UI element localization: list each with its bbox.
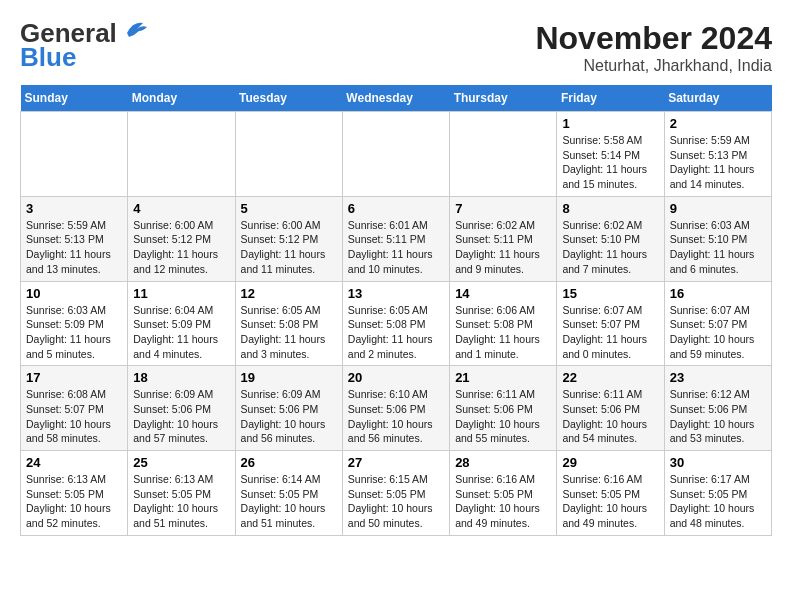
- header-monday: Monday: [128, 85, 235, 112]
- calendar-cell: 27Sunrise: 6:15 AM Sunset: 5:05 PM Dayli…: [342, 451, 449, 536]
- header-row: Sunday Monday Tuesday Wednesday Thursday…: [21, 85, 772, 112]
- calendar-header: Sunday Monday Tuesday Wednesday Thursday…: [21, 85, 772, 112]
- day-number: 16: [670, 286, 766, 301]
- day-number: 14: [455, 286, 551, 301]
- calendar-cell: 3Sunrise: 5:59 AM Sunset: 5:13 PM Daylig…: [21, 196, 128, 281]
- calendar-cell: 21Sunrise: 6:11 AM Sunset: 5:06 PM Dayli…: [450, 366, 557, 451]
- calendar-cell: 25Sunrise: 6:13 AM Sunset: 5:05 PM Dayli…: [128, 451, 235, 536]
- calendar-cell: 6Sunrise: 6:01 AM Sunset: 5:11 PM Daylig…: [342, 196, 449, 281]
- logo-blue-text: Blue: [20, 44, 76, 70]
- day-number: 8: [562, 201, 658, 216]
- calendar-cell: 1Sunrise: 5:58 AM Sunset: 5:14 PM Daylig…: [557, 112, 664, 197]
- calendar-cell: 13Sunrise: 6:05 AM Sunset: 5:08 PM Dayli…: [342, 281, 449, 366]
- day-number: 27: [348, 455, 444, 470]
- calendar-cell: 9Sunrise: 6:03 AM Sunset: 5:10 PM Daylig…: [664, 196, 771, 281]
- day-info: Sunrise: 6:14 AM Sunset: 5:05 PM Dayligh…: [241, 472, 337, 531]
- calendar-cell: 8Sunrise: 6:02 AM Sunset: 5:10 PM Daylig…: [557, 196, 664, 281]
- week-row-3: 10Sunrise: 6:03 AM Sunset: 5:09 PM Dayli…: [21, 281, 772, 366]
- calendar-cell: 30Sunrise: 6:17 AM Sunset: 5:05 PM Dayli…: [664, 451, 771, 536]
- day-number: 28: [455, 455, 551, 470]
- day-number: 12: [241, 286, 337, 301]
- week-row-4: 17Sunrise: 6:08 AM Sunset: 5:07 PM Dayli…: [21, 366, 772, 451]
- header-friday: Friday: [557, 85, 664, 112]
- day-info: Sunrise: 6:16 AM Sunset: 5:05 PM Dayligh…: [562, 472, 658, 531]
- day-number: 21: [455, 370, 551, 385]
- day-info: Sunrise: 6:00 AM Sunset: 5:12 PM Dayligh…: [133, 218, 229, 277]
- day-number: 24: [26, 455, 122, 470]
- day-number: 20: [348, 370, 444, 385]
- header-saturday: Saturday: [664, 85, 771, 112]
- day-info: Sunrise: 6:04 AM Sunset: 5:09 PM Dayligh…: [133, 303, 229, 362]
- header-sunday: Sunday: [21, 85, 128, 112]
- day-number: 26: [241, 455, 337, 470]
- calendar-cell: 24Sunrise: 6:13 AM Sunset: 5:05 PM Dayli…: [21, 451, 128, 536]
- day-number: 18: [133, 370, 229, 385]
- calendar-cell: 26Sunrise: 6:14 AM Sunset: 5:05 PM Dayli…: [235, 451, 342, 536]
- day-info: Sunrise: 6:03 AM Sunset: 5:10 PM Dayligh…: [670, 218, 766, 277]
- day-info: Sunrise: 6:07 AM Sunset: 5:07 PM Dayligh…: [562, 303, 658, 362]
- day-info: Sunrise: 6:05 AM Sunset: 5:08 PM Dayligh…: [348, 303, 444, 362]
- day-number: 11: [133, 286, 229, 301]
- day-number: 9: [670, 201, 766, 216]
- calendar-cell: 2Sunrise: 5:59 AM Sunset: 5:13 PM Daylig…: [664, 112, 771, 197]
- day-info: Sunrise: 6:02 AM Sunset: 5:10 PM Dayligh…: [562, 218, 658, 277]
- day-info: Sunrise: 6:12 AM Sunset: 5:06 PM Dayligh…: [670, 387, 766, 446]
- day-number: 5: [241, 201, 337, 216]
- logo: General Blue: [20, 20, 151, 70]
- day-info: Sunrise: 6:00 AM Sunset: 5:12 PM Dayligh…: [241, 218, 337, 277]
- day-info: Sunrise: 6:13 AM Sunset: 5:05 PM Dayligh…: [26, 472, 122, 531]
- day-info: Sunrise: 6:10 AM Sunset: 5:06 PM Dayligh…: [348, 387, 444, 446]
- logo-bird-icon: [119, 19, 151, 41]
- day-number: 10: [26, 286, 122, 301]
- header-thursday: Thursday: [450, 85, 557, 112]
- day-info: Sunrise: 6:01 AM Sunset: 5:11 PM Dayligh…: [348, 218, 444, 277]
- week-row-1: 1Sunrise: 5:58 AM Sunset: 5:14 PM Daylig…: [21, 112, 772, 197]
- calendar-body: 1Sunrise: 5:58 AM Sunset: 5:14 PM Daylig…: [21, 112, 772, 536]
- calendar-cell: 14Sunrise: 6:06 AM Sunset: 5:08 PM Dayli…: [450, 281, 557, 366]
- day-number: 17: [26, 370, 122, 385]
- day-number: 19: [241, 370, 337, 385]
- calendar-cell: 29Sunrise: 6:16 AM Sunset: 5:05 PM Dayli…: [557, 451, 664, 536]
- calendar-cell: 4Sunrise: 6:00 AM Sunset: 5:12 PM Daylig…: [128, 196, 235, 281]
- day-info: Sunrise: 6:09 AM Sunset: 5:06 PM Dayligh…: [133, 387, 229, 446]
- calendar-cell: 5Sunrise: 6:00 AM Sunset: 5:12 PM Daylig…: [235, 196, 342, 281]
- calendar-table: Sunday Monday Tuesday Wednesday Thursday…: [20, 85, 772, 536]
- day-info: Sunrise: 6:15 AM Sunset: 5:05 PM Dayligh…: [348, 472, 444, 531]
- calendar-cell: 11Sunrise: 6:04 AM Sunset: 5:09 PM Dayli…: [128, 281, 235, 366]
- day-info: Sunrise: 6:03 AM Sunset: 5:09 PM Dayligh…: [26, 303, 122, 362]
- week-row-2: 3Sunrise: 5:59 AM Sunset: 5:13 PM Daylig…: [21, 196, 772, 281]
- calendar-cell: 20Sunrise: 6:10 AM Sunset: 5:06 PM Dayli…: [342, 366, 449, 451]
- day-number: 22: [562, 370, 658, 385]
- calendar-cell: 22Sunrise: 6:11 AM Sunset: 5:06 PM Dayli…: [557, 366, 664, 451]
- header-tuesday: Tuesday: [235, 85, 342, 112]
- calendar-cell: 15Sunrise: 6:07 AM Sunset: 5:07 PM Dayli…: [557, 281, 664, 366]
- day-info: Sunrise: 6:11 AM Sunset: 5:06 PM Dayligh…: [455, 387, 551, 446]
- day-number: 25: [133, 455, 229, 470]
- week-row-5: 24Sunrise: 6:13 AM Sunset: 5:05 PM Dayli…: [21, 451, 772, 536]
- day-info: Sunrise: 6:11 AM Sunset: 5:06 PM Dayligh…: [562, 387, 658, 446]
- day-info: Sunrise: 5:59 AM Sunset: 5:13 PM Dayligh…: [670, 133, 766, 192]
- day-info: Sunrise: 6:06 AM Sunset: 5:08 PM Dayligh…: [455, 303, 551, 362]
- calendar-cell: 23Sunrise: 6:12 AM Sunset: 5:06 PM Dayli…: [664, 366, 771, 451]
- calendar-cell: [450, 112, 557, 197]
- calendar-cell: [128, 112, 235, 197]
- day-number: 1: [562, 116, 658, 131]
- day-number: 15: [562, 286, 658, 301]
- day-info: Sunrise: 6:17 AM Sunset: 5:05 PM Dayligh…: [670, 472, 766, 531]
- calendar-cell: 19Sunrise: 6:09 AM Sunset: 5:06 PM Dayli…: [235, 366, 342, 451]
- page-title: November 2024: [535, 20, 772, 57]
- day-number: 23: [670, 370, 766, 385]
- day-info: Sunrise: 6:05 AM Sunset: 5:08 PM Dayligh…: [241, 303, 337, 362]
- page-subtitle: Neturhat, Jharkhand, India: [535, 57, 772, 75]
- calendar-cell: 28Sunrise: 6:16 AM Sunset: 5:05 PM Dayli…: [450, 451, 557, 536]
- calendar-cell: [342, 112, 449, 197]
- calendar-cell: [235, 112, 342, 197]
- calendar-cell: 10Sunrise: 6:03 AM Sunset: 5:09 PM Dayli…: [21, 281, 128, 366]
- calendar-cell: 18Sunrise: 6:09 AM Sunset: 5:06 PM Dayli…: [128, 366, 235, 451]
- header-wednesday: Wednesday: [342, 85, 449, 112]
- day-number: 4: [133, 201, 229, 216]
- day-info: Sunrise: 6:16 AM Sunset: 5:05 PM Dayligh…: [455, 472, 551, 531]
- calendar-cell: [21, 112, 128, 197]
- day-number: 6: [348, 201, 444, 216]
- day-info: Sunrise: 5:58 AM Sunset: 5:14 PM Dayligh…: [562, 133, 658, 192]
